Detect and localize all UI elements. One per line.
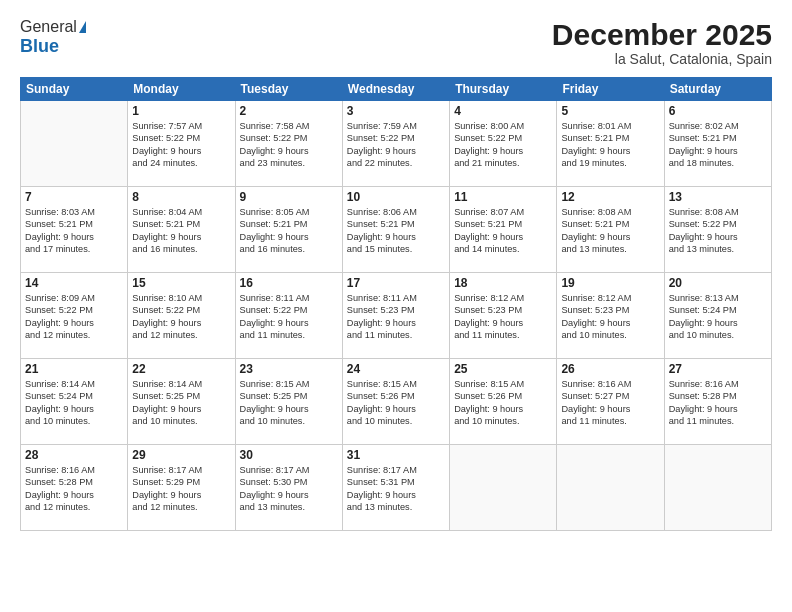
- day-info: Sunrise: 7:58 AM Sunset: 5:22 PM Dayligh…: [240, 120, 338, 170]
- header: General Blue December 2025 la Salut, Cat…: [20, 18, 772, 67]
- table-row: 27Sunrise: 8:16 AM Sunset: 5:28 PM Dayli…: [664, 359, 771, 445]
- day-info: Sunrise: 8:12 AM Sunset: 5:23 PM Dayligh…: [561, 292, 659, 342]
- day-number: 7: [25, 190, 123, 204]
- table-row: 23Sunrise: 8:15 AM Sunset: 5:25 PM Dayli…: [235, 359, 342, 445]
- table-row: 19Sunrise: 8:12 AM Sunset: 5:23 PM Dayli…: [557, 273, 664, 359]
- day-number: 18: [454, 276, 552, 290]
- day-number: 13: [669, 190, 767, 204]
- table-row: 15Sunrise: 8:10 AM Sunset: 5:22 PM Dayli…: [128, 273, 235, 359]
- day-number: 8: [132, 190, 230, 204]
- week-row-3: 14Sunrise: 8:09 AM Sunset: 5:22 PM Dayli…: [21, 273, 772, 359]
- day-number: 15: [132, 276, 230, 290]
- header-wednesday: Wednesday: [342, 78, 449, 101]
- day-info: Sunrise: 8:11 AM Sunset: 5:23 PM Dayligh…: [347, 292, 445, 342]
- calendar-table: Sunday Monday Tuesday Wednesday Thursday…: [20, 77, 772, 531]
- day-info: Sunrise: 8:00 AM Sunset: 5:22 PM Dayligh…: [454, 120, 552, 170]
- day-info: Sunrise: 8:14 AM Sunset: 5:25 PM Dayligh…: [132, 378, 230, 428]
- day-number: 12: [561, 190, 659, 204]
- day-number: 9: [240, 190, 338, 204]
- day-info: Sunrise: 8:14 AM Sunset: 5:24 PM Dayligh…: [25, 378, 123, 428]
- header-friday: Friday: [557, 78, 664, 101]
- day-info: Sunrise: 8:01 AM Sunset: 5:21 PM Dayligh…: [561, 120, 659, 170]
- day-info: Sunrise: 8:09 AM Sunset: 5:22 PM Dayligh…: [25, 292, 123, 342]
- header-saturday: Saturday: [664, 78, 771, 101]
- days-header-row: Sunday Monday Tuesday Wednesday Thursday…: [21, 78, 772, 101]
- logo-general: General: [20, 18, 77, 36]
- header-tuesday: Tuesday: [235, 78, 342, 101]
- day-info: Sunrise: 8:10 AM Sunset: 5:22 PM Dayligh…: [132, 292, 230, 342]
- day-info: Sunrise: 8:13 AM Sunset: 5:24 PM Dayligh…: [669, 292, 767, 342]
- day-number: 31: [347, 448, 445, 462]
- day-info: Sunrise: 8:16 AM Sunset: 5:28 PM Dayligh…: [669, 378, 767, 428]
- day-number: 28: [25, 448, 123, 462]
- table-row: 28Sunrise: 8:16 AM Sunset: 5:28 PM Dayli…: [21, 445, 128, 531]
- table-row: 14Sunrise: 8:09 AM Sunset: 5:22 PM Dayli…: [21, 273, 128, 359]
- logo-icon: [79, 21, 86, 33]
- day-info: Sunrise: 8:17 AM Sunset: 5:30 PM Dayligh…: [240, 464, 338, 514]
- table-row: 18Sunrise: 8:12 AM Sunset: 5:23 PM Dayli…: [450, 273, 557, 359]
- week-row-2: 7Sunrise: 8:03 AM Sunset: 5:21 PM Daylig…: [21, 187, 772, 273]
- table-row: 7Sunrise: 8:03 AM Sunset: 5:21 PM Daylig…: [21, 187, 128, 273]
- table-row: 4Sunrise: 8:00 AM Sunset: 5:22 PM Daylig…: [450, 101, 557, 187]
- day-info: Sunrise: 8:06 AM Sunset: 5:21 PM Dayligh…: [347, 206, 445, 256]
- table-row: [664, 445, 771, 531]
- day-info: Sunrise: 8:02 AM Sunset: 5:21 PM Dayligh…: [669, 120, 767, 170]
- table-row: [557, 445, 664, 531]
- day-number: 21: [25, 362, 123, 376]
- day-number: 1: [132, 104, 230, 118]
- day-number: 16: [240, 276, 338, 290]
- logo-blue: Blue: [20, 36, 59, 57]
- table-row: 21Sunrise: 8:14 AM Sunset: 5:24 PM Dayli…: [21, 359, 128, 445]
- header-monday: Monday: [128, 78, 235, 101]
- day-number: 5: [561, 104, 659, 118]
- table-row: 8Sunrise: 8:04 AM Sunset: 5:21 PM Daylig…: [128, 187, 235, 273]
- day-number: 17: [347, 276, 445, 290]
- day-number: 2: [240, 104, 338, 118]
- calendar-title: December 2025: [552, 18, 772, 51]
- week-row-1: 1Sunrise: 7:57 AM Sunset: 5:22 PM Daylig…: [21, 101, 772, 187]
- day-number: 24: [347, 362, 445, 376]
- day-number: 6: [669, 104, 767, 118]
- table-row: 31Sunrise: 8:17 AM Sunset: 5:31 PM Dayli…: [342, 445, 449, 531]
- day-info: Sunrise: 8:16 AM Sunset: 5:27 PM Dayligh…: [561, 378, 659, 428]
- day-info: Sunrise: 8:08 AM Sunset: 5:21 PM Dayligh…: [561, 206, 659, 256]
- table-row: 25Sunrise: 8:15 AM Sunset: 5:26 PM Dayli…: [450, 359, 557, 445]
- table-row: 11Sunrise: 8:07 AM Sunset: 5:21 PM Dayli…: [450, 187, 557, 273]
- day-number: 25: [454, 362, 552, 376]
- page: General Blue December 2025 la Salut, Cat…: [0, 0, 792, 612]
- table-row: [21, 101, 128, 187]
- title-block: December 2025 la Salut, Catalonia, Spain: [552, 18, 772, 67]
- day-info: Sunrise: 8:05 AM Sunset: 5:21 PM Dayligh…: [240, 206, 338, 256]
- table-row: 10Sunrise: 8:06 AM Sunset: 5:21 PM Dayli…: [342, 187, 449, 273]
- day-info: Sunrise: 8:15 AM Sunset: 5:26 PM Dayligh…: [347, 378, 445, 428]
- day-info: Sunrise: 8:04 AM Sunset: 5:21 PM Dayligh…: [132, 206, 230, 256]
- table-row: 24Sunrise: 8:15 AM Sunset: 5:26 PM Dayli…: [342, 359, 449, 445]
- day-number: 22: [132, 362, 230, 376]
- table-row: 6Sunrise: 8:02 AM Sunset: 5:21 PM Daylig…: [664, 101, 771, 187]
- table-row: 22Sunrise: 8:14 AM Sunset: 5:25 PM Dayli…: [128, 359, 235, 445]
- day-info: Sunrise: 8:15 AM Sunset: 5:25 PM Dayligh…: [240, 378, 338, 428]
- logo: General Blue: [20, 18, 86, 57]
- table-row: 26Sunrise: 8:16 AM Sunset: 5:27 PM Dayli…: [557, 359, 664, 445]
- calendar-subtitle: la Salut, Catalonia, Spain: [552, 51, 772, 67]
- day-number: 20: [669, 276, 767, 290]
- table-row: 30Sunrise: 8:17 AM Sunset: 5:30 PM Dayli…: [235, 445, 342, 531]
- day-number: 29: [132, 448, 230, 462]
- table-row: 9Sunrise: 8:05 AM Sunset: 5:21 PM Daylig…: [235, 187, 342, 273]
- day-number: 26: [561, 362, 659, 376]
- table-row: [450, 445, 557, 531]
- day-info: Sunrise: 8:08 AM Sunset: 5:22 PM Dayligh…: [669, 206, 767, 256]
- day-info: Sunrise: 8:17 AM Sunset: 5:31 PM Dayligh…: [347, 464, 445, 514]
- day-number: 30: [240, 448, 338, 462]
- day-number: 4: [454, 104, 552, 118]
- header-thursday: Thursday: [450, 78, 557, 101]
- table-row: 17Sunrise: 8:11 AM Sunset: 5:23 PM Dayli…: [342, 273, 449, 359]
- table-row: 12Sunrise: 8:08 AM Sunset: 5:21 PM Dayli…: [557, 187, 664, 273]
- week-row-5: 28Sunrise: 8:16 AM Sunset: 5:28 PM Dayli…: [21, 445, 772, 531]
- day-number: 27: [669, 362, 767, 376]
- day-info: Sunrise: 7:59 AM Sunset: 5:22 PM Dayligh…: [347, 120, 445, 170]
- day-number: 23: [240, 362, 338, 376]
- day-number: 14: [25, 276, 123, 290]
- table-row: 13Sunrise: 8:08 AM Sunset: 5:22 PM Dayli…: [664, 187, 771, 273]
- table-row: 29Sunrise: 8:17 AM Sunset: 5:29 PM Dayli…: [128, 445, 235, 531]
